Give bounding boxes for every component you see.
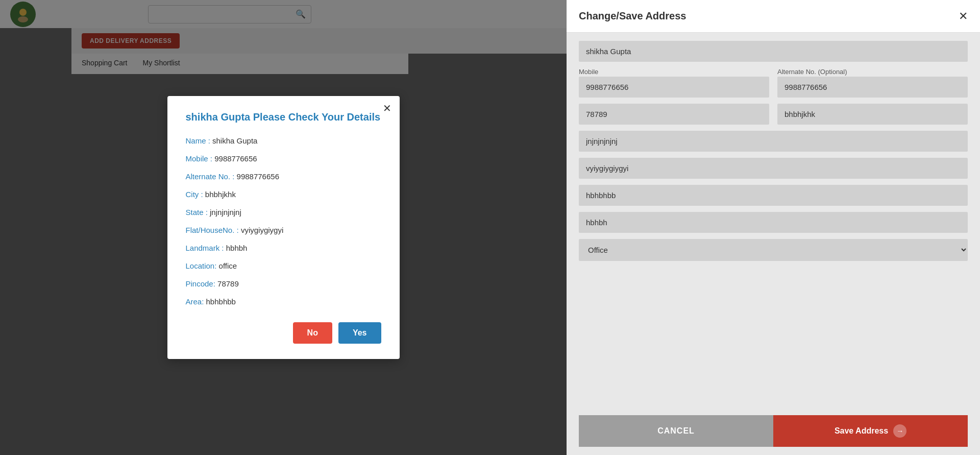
detail-state-value: jnjnjnjnjnj (210, 208, 241, 217)
detail-mobile: Mobile : 9988776656 (186, 153, 381, 164)
detail-location-value: office (219, 261, 237, 270)
modal-yes-button[interactable]: Yes (338, 322, 381, 344)
alternate-label: Alternate No. (Optional) (777, 68, 968, 76)
detail-alternate-label: Alternate No. : (186, 172, 237, 181)
right-panel-close-button[interactable]: ✕ (959, 11, 968, 22)
detail-mobile-value: 9988776656 (214, 154, 257, 163)
detail-area-value: hbhbhbb (206, 297, 236, 306)
detail-flat-label: Flat/HouseNo. : (186, 226, 241, 234)
detail-area: Area: hbhbhbb (186, 296, 381, 307)
detail-pincode: Pincode: 78789 (186, 278, 381, 289)
cancel-button[interactable]: CANCEL (579, 415, 773, 447)
mobile-row: Mobile Alternate No. (Optional) (579, 68, 968, 98)
detail-flat: Flat/HouseNo. : vyiygiygiygyi (186, 225, 381, 235)
mobile-field[interactable] (579, 77, 769, 98)
right-panel-title: Change/Save Address (579, 10, 686, 22)
right-panel-header: Change/Save Address ✕ (567, 0, 980, 33)
alternate-field[interactable] (777, 77, 968, 98)
modal-close-button[interactable]: ✕ (383, 103, 391, 113)
modal-overlay: ✕ shikha Gupta Please Check Your Details… (0, 0, 567, 455)
state-field[interactable] (579, 131, 968, 152)
mobile-label: Mobile (579, 68, 769, 76)
location-dropdown[interactable]: Home Office Other (579, 239, 968, 261)
detail-area-label: Area: (186, 297, 206, 306)
detail-landmark: Landmark : hbhbh (186, 243, 381, 253)
detail-flat-value: vyiygiygiygyi (241, 226, 283, 234)
name-field[interactable] (579, 41, 968, 62)
detail-name-label: Name : (186, 136, 213, 145)
right-panel-footer: CANCEL Save Address → (567, 407, 980, 455)
detail-alternate-value: 9988776656 (237, 172, 279, 181)
landmark-field[interactable] (579, 185, 968, 206)
modal-actions: No Yes (186, 322, 381, 344)
city-field[interactable] (777, 104, 968, 125)
detail-landmark-value: hbhbh (226, 244, 248, 252)
detail-location-label: Location: (186, 261, 219, 270)
detail-city: City : bhbhjkhk (186, 189, 381, 200)
right-panel-form: Mobile Alternate No. (Optional) Home Off… (567, 33, 980, 407)
detail-mobile-label: Mobile : (186, 154, 215, 163)
modal-title: shikha Gupta Please Check Your Details (186, 111, 381, 123)
detail-landmark-label: Landmark : (186, 244, 226, 252)
save-address-button[interactable]: Save Address → (773, 415, 968, 447)
pincode-field[interactable] (579, 104, 769, 125)
right-panel: Change/Save Address ✕ Mobile Alternate N… (567, 0, 980, 455)
detail-city-label: City : (186, 190, 205, 199)
confirm-details-modal: ✕ shikha Gupta Please Check Your Details… (167, 96, 400, 359)
detail-alternate: Alternate No. : 9988776656 (186, 171, 381, 182)
detail-pincode-value: 78789 (217, 279, 239, 288)
detail-state: State : jnjnjnjnjnj (186, 207, 381, 218)
detail-name: Name : shikha Gupta (186, 135, 381, 146)
detail-city-value: bhbhjkhk (205, 190, 236, 199)
detail-name-value: shikha Gupta (212, 136, 257, 145)
save-arrow-icon: → (893, 424, 906, 438)
flat-houseno-field[interactable] (579, 158, 968, 179)
save-address-label: Save Address (835, 426, 888, 436)
area-field[interactable] (579, 212, 968, 233)
pincode-city-row (579, 104, 968, 125)
detail-pincode-label: Pincode: (186, 279, 218, 288)
modal-no-button[interactable]: No (293, 322, 332, 344)
detail-state-label: State : (186, 208, 210, 217)
detail-location: Location: office (186, 260, 381, 271)
